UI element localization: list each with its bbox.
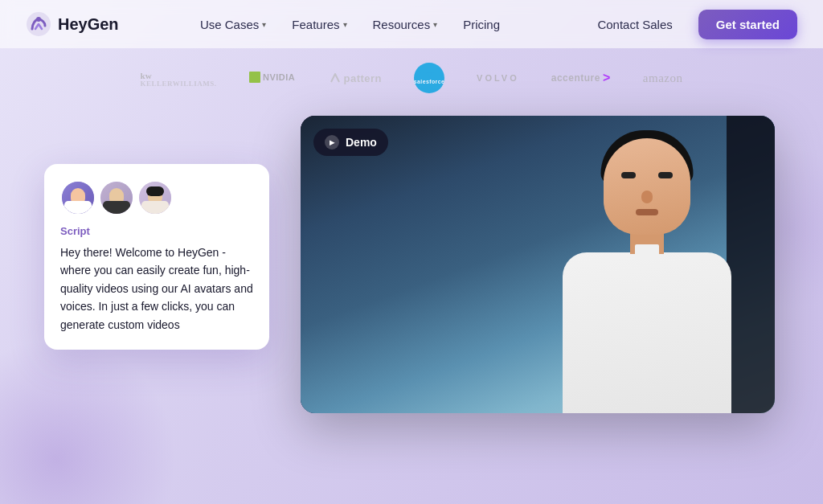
nav-item-features[interactable]: Features ▾ <box>280 11 358 38</box>
video-person <box>510 116 775 413</box>
person-mouth <box>636 209 658 215</box>
script-avatars <box>60 180 253 215</box>
logo-kw: kw KELLERWILLIAMS. <box>141 69 217 88</box>
nav-item-resources[interactable]: Resources ▾ <box>362 11 449 38</box>
chevron-down-icon: ▾ <box>262 20 266 29</box>
person-left-eye <box>621 172 636 178</box>
chevron-down-icon: ▾ <box>343 20 347 29</box>
logo-volvo: VOLVO <box>477 73 519 83</box>
avatar-2 <box>99 180 134 215</box>
logo-pattern: pattern <box>330 72 383 84</box>
svg-text:salesforce: salesforce <box>414 79 444 84</box>
script-text: Hey there! Welcome to HeyGen - where you… <box>60 244 253 334</box>
person-body <box>563 252 731 413</box>
chevron-down-icon: ▾ <box>433 20 437 29</box>
svg-rect-2 <box>249 72 260 83</box>
play-icon: ▶ <box>325 135 339 150</box>
logo-accenture: accenture > <box>551 71 611 85</box>
get-started-button[interactable]: Get started <box>698 10 797 39</box>
nav-right: Contact Sales Get started <box>581 10 797 39</box>
contact-sales-button[interactable]: Contact Sales <box>581 10 688 39</box>
svg-text:NVIDIA: NVIDIA <box>263 72 295 82</box>
avatar-3 <box>137 180 173 215</box>
main-content: ▶ Demo <box>0 108 823 504</box>
demo-badge[interactable]: ▶ Demo <box>313 129 388 156</box>
navbar: HeyGen Use Cases ▾ Features ▾ Resources … <box>0 0 823 48</box>
nav-item-use-cases[interactable]: Use Cases ▾ <box>189 11 277 38</box>
logo-text: HeyGen <box>58 15 119 34</box>
person-collar <box>635 244 659 260</box>
logo-salesforce: salesforce <box>414 63 444 93</box>
video-card[interactable]: ▶ Demo <box>301 116 775 413</box>
logo-nvidia: NVIDIA <box>249 70 297 86</box>
heygen-logo-icon <box>26 11 51 37</box>
script-card: Script Hey there! Welcome to HeyGen - wh… <box>44 164 269 350</box>
person-nose <box>641 191 653 203</box>
person-right-eye <box>658 172 673 178</box>
svg-point-1 <box>36 17 41 22</box>
nav-center: Use Cases ▾ Features ▾ Resources ▾ Prici… <box>189 11 511 38</box>
logo[interactable]: HeyGen <box>26 11 119 37</box>
person-face <box>604 138 690 235</box>
avatar-1 <box>60 180 96 215</box>
logo-amazon: amazon <box>643 72 683 85</box>
script-label: Script <box>60 225 253 237</box>
decorative-blob-left <box>0 338 177 504</box>
nav-item-pricing[interactable]: Pricing <box>452 11 511 38</box>
video-background: ▶ Demo <box>301 116 775 413</box>
logos-strip: kw KELLERWILLIAMS. NVIDIA pattern salesf… <box>0 48 823 108</box>
